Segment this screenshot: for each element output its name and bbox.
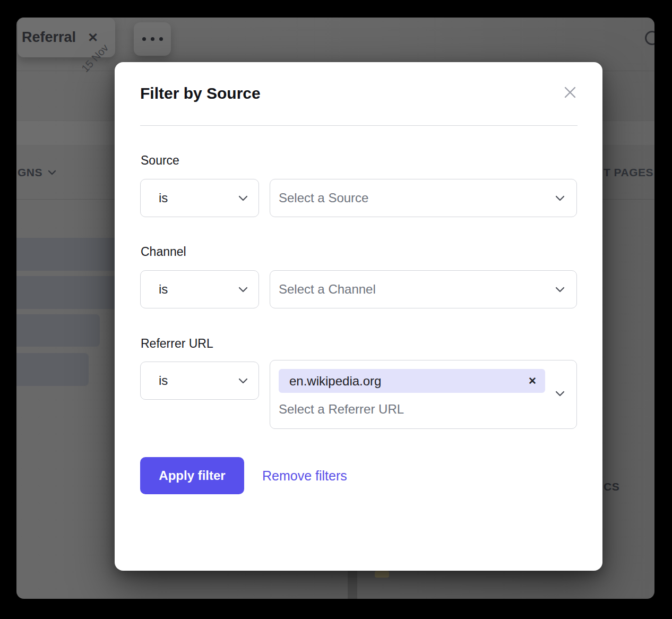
tab-exit-pages-truncated[interactable]: T PAGES [604,166,653,179]
source-section-label: Source [141,153,179,168]
selected-value-text: en.wikipedia.org [289,374,528,389]
search-icon[interactable] [645,31,654,45]
filter-modal: Filter by Source Source is Select a Sour… [115,62,602,571]
channel-value-select[interactable]: Select a Channel [270,270,577,308]
chevron-down-icon [238,195,248,201]
remove-tag-icon[interactable]: ✕ [528,376,537,386]
selected-value-tag: en.wikipedia.org ✕ [279,369,545,393]
modal-title: Filter by Source [140,84,261,102]
more-icon [142,37,146,41]
chevron-down-icon [238,378,248,384]
tab-campaigns-truncated[interactable]: GNS [18,166,56,179]
bar-row [16,353,89,386]
referrer-operator-value: is [159,373,238,388]
referrer-operator-select[interactable]: is [140,362,259,400]
partial-heading: CS [604,480,619,493]
chevron-down-icon [238,287,248,293]
bar-row [16,314,100,347]
chevron-down-icon [555,391,565,397]
chevron-down-icon [48,170,56,175]
source-value-select[interactable]: Select a Source [270,179,577,217]
filter-pill-label: Referral [22,29,76,46]
close-icon[interactable]: ✕ [88,31,98,44]
favicon-blob [375,571,389,578]
source-operator-value: is [159,191,238,205]
channel-operator-select[interactable]: is [140,270,259,308]
referrer-placeholder: Select a Referrer URL [279,402,404,417]
screen: Referral ✕ 15 Nov GNS T PAGES CS Filter … [0,0,672,619]
chevron-down-icon [555,195,565,201]
chevron-down-icon [555,287,565,293]
apply-filter-button[interactable]: Apply filter [140,457,244,494]
remove-filters-link[interactable]: Remove filters [262,457,347,494]
source-placeholder: Select a Source [279,191,555,205]
divider [140,125,578,126]
referrer-value-combobox[interactable]: en.wikipedia.org ✕ Select a Referrer URL [270,360,577,429]
more-filters-button[interactable] [134,22,171,56]
channel-section-label: Channel [141,245,186,259]
channel-operator-value: is [159,282,238,297]
source-operator-select[interactable]: is [140,179,259,217]
close-icon[interactable] [561,83,579,101]
channel-placeholder: Select a Channel [279,282,555,297]
referrer-section-label: Referrer URL [141,337,213,351]
